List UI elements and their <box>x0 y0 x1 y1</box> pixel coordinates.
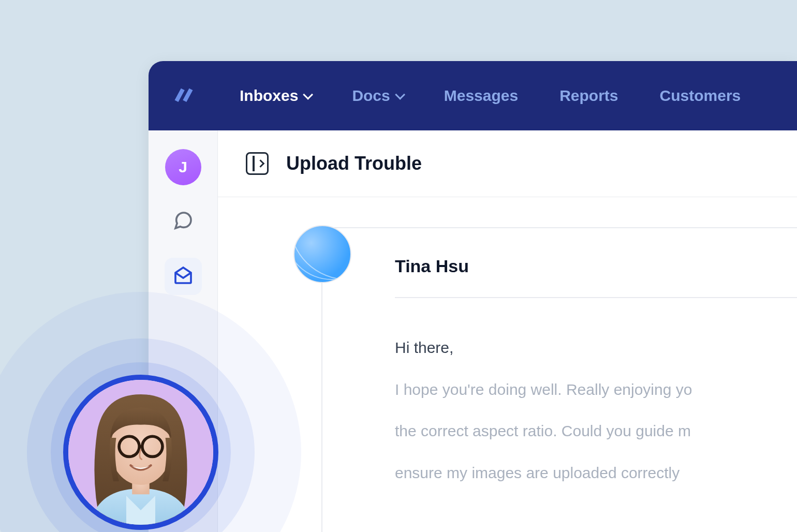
nav-items: InboxesDocsMessagesReportsCustomers <box>240 87 741 105</box>
nav-item-reports[interactable]: Reports <box>559 87 618 105</box>
sender-name: Tina Hsu <box>395 256 797 298</box>
sender-avatar[interactable] <box>293 225 351 283</box>
logo-icon <box>169 80 198 111</box>
nav-item-inboxes[interactable]: Inboxes <box>240 87 311 105</box>
chat-icon <box>173 210 194 233</box>
thread-body: Tina Hsu Hi there, I hope you're doing w… <box>218 197 797 532</box>
chevron-down-icon <box>395 90 405 100</box>
app-logo[interactable] <box>169 80 198 111</box>
toggle-panel-icon[interactable] <box>246 152 269 175</box>
thread-title: Upload Trouble <box>286 153 422 174</box>
main-panel: Upload Trouble Tina Hsu Hi there, I hope… <box>218 130 797 532</box>
message-line: the correct aspect ratio. Could you guid… <box>395 418 797 445</box>
message-card: Tina Hsu Hi there, I hope you're doing w… <box>321 227 797 532</box>
nav-item-docs[interactable]: Docs <box>352 87 402 105</box>
nav-item-label: Messages <box>444 87 518 105</box>
chevron-down-icon <box>303 90 314 100</box>
user-avatar-small[interactable]: J <box>165 149 201 185</box>
sidebar-mail[interactable] <box>165 258 202 295</box>
app-window: InboxesDocsMessagesReportsCustomers J Up… <box>149 61 797 532</box>
nav-item-label: Reports <box>559 87 618 105</box>
thread-header: Upload Trouble <box>218 130 797 197</box>
body-area: J Upload Trouble Tina Hsu <box>149 130 797 532</box>
top-nav: InboxesDocsMessagesReportsCustomers <box>149 61 797 130</box>
message-greeting: Hi there, <box>395 334 797 362</box>
svg-rect-1 <box>132 472 150 494</box>
nav-item-label: Inboxes <box>240 87 298 105</box>
sidebar-chat[interactable] <box>165 203 202 240</box>
message-body: Hi there, I hope you're doing well. Real… <box>395 298 797 486</box>
nav-item-messages[interactable]: Messages <box>444 87 518 105</box>
mail-icon <box>173 265 194 288</box>
svg-point-3 <box>119 436 139 456</box>
avatar-initial: J <box>179 158 187 176</box>
nav-item-label: Customers <box>660 87 741 105</box>
message-line: I hope you're doing well. Really enjoyin… <box>395 376 797 404</box>
nav-item-label: Docs <box>352 87 390 105</box>
nav-item-customers[interactable]: Customers <box>660 87 741 105</box>
sidebar: J <box>149 130 218 532</box>
message-line: ensure my images are uploaded correctly <box>395 460 797 487</box>
